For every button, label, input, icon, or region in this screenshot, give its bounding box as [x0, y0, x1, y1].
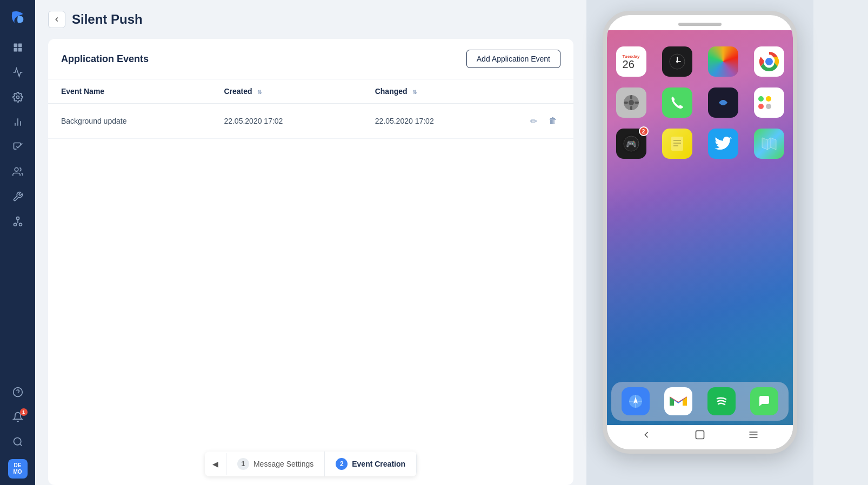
svg-rect-50 [696, 431, 704, 439]
svg-point-8 [15, 168, 18, 172]
wizard-step-1[interactable]: 1 Message Settings [226, 452, 325, 476]
svg-line-13 [15, 223, 17, 224]
app-icon-chrome[interactable] [750, 46, 787, 77]
dock-safari[interactable] [622, 387, 650, 415]
svg-rect-3 [18, 48, 22, 52]
sidebar-item-integrations[interactable] [6, 211, 30, 232]
cell-changed: 22.05.2020 17:02 [362, 104, 513, 139]
table-header-row: Event Name Created ⇅ Changed ⇅ [48, 79, 573, 104]
svg-text:🎮: 🎮 [626, 139, 637, 149]
wizard-footer: ◀ 1 Message Settings 2 Event Creation [48, 443, 573, 485]
svg-point-22 [676, 60, 678, 63]
page-title: Silent Push [72, 12, 143, 27]
app-icon-dots[interactable] [750, 87, 787, 118]
sidebar-bottom: 1 DEMO [6, 381, 30, 479]
sidebar-item-dashboard[interactable] [6, 37, 30, 58]
svg-rect-2 [14, 48, 17, 52]
game-icon-img: 🎮 2 [616, 129, 646, 159]
app-icon-calendar[interactable]: Tuesday 26 [612, 46, 650, 77]
sidebar-item-analytics[interactable] [6, 62, 30, 83]
sort-changed-icon: ⇅ [412, 89, 417, 95]
twitter-icon-img [708, 129, 738, 159]
page-header: Silent Push [35, 0, 586, 39]
sidebar-item-reports[interactable] [6, 111, 30, 133]
app-icon-darkroom[interactable] [704, 87, 742, 118]
sidebar-item-help[interactable] [6, 381, 30, 403]
sidebar-item-search[interactable] [6, 431, 30, 453]
cell-actions: ✏ 🗑 [513, 104, 573, 139]
svg-rect-35 [671, 137, 683, 151]
svg-line-14 [19, 223, 21, 224]
delete-icon[interactable]: 🗑 [545, 113, 560, 129]
app-icon-notes[interactable] [658, 129, 696, 159]
dock-spotify[interactable] [707, 387, 736, 415]
svg-point-25 [766, 58, 772, 65]
phone-dock-area [607, 378, 793, 425]
phone-home-button[interactable] [695, 429, 705, 443]
app-icon-maps[interactable] [750, 129, 787, 159]
wizard-step-1-number: 1 [237, 458, 249, 470]
wizard-prev-button[interactable]: ◀ [205, 453, 226, 475]
col-actions [513, 79, 573, 104]
events-table: Event Name Created ⇅ Changed ⇅ [48, 79, 573, 139]
phone-menu-button[interactable] [748, 429, 759, 443]
dock-gmail[interactable] [664, 387, 692, 415]
phone-preview-section: Tuesday 26 [586, 0, 813, 485]
phone-screen: Tuesday 26 [607, 30, 793, 425]
col-event-name: Event Name [48, 79, 211, 104]
sidebar-item-settings[interactable] [6, 86, 30, 108]
phone-mockup: Tuesday 26 [603, 11, 797, 454]
wizard-navigation: ◀ 1 Message Settings 2 Event Creation [205, 452, 417, 476]
demo-avatar[interactable]: DEMO [8, 459, 28, 479]
phone-back-button[interactable] [641, 429, 652, 443]
application-events-card: Application Events Add Application Event… [48, 39, 573, 485]
phone-home-bar [607, 425, 793, 449]
sort-created-icon: ⇅ [257, 89, 262, 95]
wizard-step-1-label: Message Settings [253, 460, 313, 468]
sidebar-item-segments[interactable] [6, 161, 30, 183]
clock-icon-img [662, 46, 692, 77]
app-logo [8, 6, 28, 26]
col-changed[interactable]: Changed ⇅ [362, 79, 513, 104]
svg-point-4 [16, 96, 19, 99]
svg-point-17 [14, 438, 21, 445]
sidebar-nav [6, 37, 30, 381]
system-prefs-icon-img [616, 87, 646, 118]
dock-messages[interactable] [750, 387, 778, 415]
app-icon-phone[interactable] [658, 87, 696, 118]
phone-speaker [678, 23, 722, 26]
app-icon-game[interactable]: 🎮 2 [612, 129, 650, 159]
chrome-icon-img [754, 46, 784, 77]
sidebar-item-campaigns[interactable] [6, 136, 30, 158]
col-created[interactable]: Created ⇅ [211, 79, 362, 104]
app-icon-system-prefs[interactable] [612, 87, 650, 118]
svg-rect-31 [635, 102, 639, 104]
svg-rect-1 [18, 44, 22, 48]
svg-point-27 [629, 100, 634, 105]
sidebar-item-notifications[interactable]: 1 [6, 406, 30, 428]
back-button[interactable] [48, 11, 65, 28]
app-grid: Tuesday 26 [607, 41, 793, 164]
sidebar: 1 DEMO [0, 0, 35, 485]
cell-created: 22.05.2020 17:02 [211, 104, 362, 139]
cell-event-name: Background update [48, 104, 211, 139]
svg-rect-28 [630, 95, 632, 99]
app-icon-photos[interactable] [704, 46, 742, 77]
maps-icon-img [754, 129, 784, 159]
svg-rect-29 [630, 106, 632, 110]
add-application-event-button[interactable]: Add Application Event [466, 50, 560, 68]
wizard-step-2[interactable]: 2 Event Creation [325, 452, 417, 476]
app-icon-clock[interactable] [658, 46, 696, 77]
calendar-icon-img: Tuesday 26 [616, 46, 646, 77]
darkroom-icon-img [708, 87, 738, 118]
events-table-container: Event Name Created ⇅ Changed ⇅ [48, 79, 573, 443]
game-badge: 2 [639, 126, 649, 136]
svg-marker-39 [762, 138, 776, 150]
app-icon-twitter[interactable] [704, 129, 742, 159]
edit-icon[interactable]: ✏ [526, 113, 541, 129]
main-content: Silent Push Application Events Add Appli… [35, 0, 586, 485]
wizard-step-2-label: Event Creation [352, 460, 405, 468]
svg-line-18 [19, 444, 22, 446]
sidebar-item-tools[interactable] [6, 186, 30, 207]
svg-rect-30 [624, 102, 628, 104]
